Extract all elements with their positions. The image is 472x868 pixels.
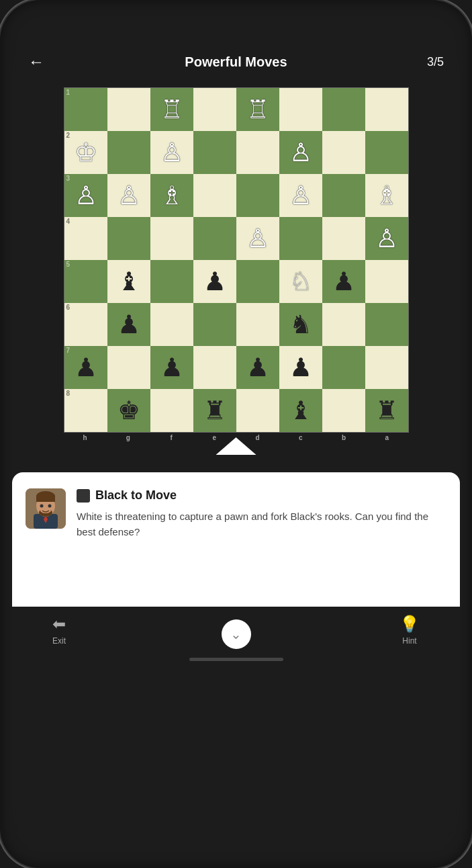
board-area: 1 ♖ ♖ 2♔ ♙ ♙	[12, 81, 460, 452]
cell-f5[interactable]	[150, 260, 193, 303]
exit-icon: ⬅	[52, 615, 66, 634]
cell-b2[interactable]	[322, 131, 365, 174]
chevron-down-button[interactable]: ⌄	[222, 619, 251, 649]
cell-a1[interactable]	[365, 88, 408, 131]
cell-e7[interactable]	[193, 346, 236, 389]
cell-b3[interactable]	[322, 174, 365, 217]
cell-h7[interactable]: 7♟	[64, 346, 107, 389]
cell-b7[interactable]	[322, 346, 365, 389]
chess-board-container: 1 ♖ ♖ 2♔ ♙ ♙	[64, 87, 409, 441]
cell-g6[interactable]: ♟	[107, 303, 150, 346]
home-indicator	[189, 658, 283, 661]
cell-b8[interactable]	[322, 389, 365, 432]
cell-e2[interactable]	[193, 131, 236, 174]
cell-e1[interactable]	[193, 88, 236, 131]
info-top: Black to Move White is threatening to ca…	[26, 488, 446, 539]
cell-e4[interactable]	[193, 217, 236, 260]
cell-g4[interactable]	[107, 217, 150, 260]
phone-frame: ← Powerful Moves 3/5 1 ♖ ♖	[0, 0, 472, 868]
cell-h1[interactable]: 1	[64, 88, 107, 131]
file-a: a	[365, 434, 408, 441]
cell-b6[interactable]	[322, 303, 365, 346]
cell-b5[interactable]: ♟	[322, 260, 365, 303]
back-button[interactable]: ←	[28, 52, 55, 71]
cell-h3[interactable]: 3♙	[64, 174, 107, 217]
cell-f3[interactable]: ♗	[150, 174, 193, 217]
hint-label: Hint	[402, 636, 416, 646]
cell-h4[interactable]: 4	[64, 217, 107, 260]
file-h: h	[64, 434, 107, 441]
cell-a7[interactable]	[365, 346, 408, 389]
cell-a2[interactable]	[365, 131, 408, 174]
cell-d7[interactable]: ♟	[236, 346, 279, 389]
cell-h8[interactable]: 8	[64, 389, 107, 432]
cell-d3[interactable]	[236, 174, 279, 217]
file-b: b	[322, 434, 365, 441]
hint-nav-item[interactable]: 💡 Hint	[399, 615, 420, 646]
cell-f6[interactable]	[150, 303, 193, 346]
cell-h5[interactable]: 5	[64, 260, 107, 303]
cell-f7[interactable]: ♟	[150, 346, 193, 389]
cell-g1[interactable]	[107, 88, 150, 131]
bottom-nav: ⬅ Exit ⌄ 💡 Hint	[12, 607, 460, 651]
file-c: c	[279, 434, 322, 441]
file-e: e	[193, 434, 236, 441]
cell-c7[interactable]: ♟	[279, 346, 322, 389]
cell-c6[interactable]: ♞	[279, 303, 322, 346]
svg-point-8	[48, 505, 52, 508]
cell-a4[interactable]: ♙	[365, 217, 408, 260]
cell-a5[interactable]	[365, 260, 408, 303]
cell-h2[interactable]: 2♔	[64, 131, 107, 174]
move-title-row: Black to Move	[77, 488, 446, 503]
cell-d1[interactable]: ♖	[236, 88, 279, 131]
cell-d4[interactable]: ♙	[236, 217, 279, 260]
move-info: Black to Move White is threatening to ca…	[77, 488, 446, 539]
chevron-down-icon: ⌄	[230, 626, 242, 642]
cell-a6[interactable]	[365, 303, 408, 346]
cell-g2[interactable]	[107, 131, 150, 174]
cell-f2[interactable]: ♙	[150, 131, 193, 174]
svg-point-7	[40, 505, 44, 508]
cell-f4[interactable]	[150, 217, 193, 260]
cell-g7[interactable]	[107, 346, 150, 389]
file-g: g	[107, 434, 150, 441]
cell-g5[interactable]: ♝	[107, 260, 150, 303]
move-title: Black to Move	[95, 488, 177, 503]
progress-indicator: 3/5	[417, 55, 444, 69]
move-description: White is threatening to capture a pawn a…	[77, 509, 446, 539]
cell-e8[interactable]: ♜	[193, 389, 236, 432]
chess-board[interactable]: 1 ♖ ♖ 2♔ ♙ ♙	[64, 87, 409, 433]
cell-d8[interactable]	[236, 389, 279, 432]
cell-e5[interactable]: ♟	[193, 260, 236, 303]
cell-e6[interactable]	[193, 303, 236, 346]
cell-g8[interactable]: ♚	[107, 389, 150, 432]
file-d: d	[236, 434, 279, 441]
cell-d2[interactable]	[236, 131, 279, 174]
cell-c5[interactable]: ♘	[279, 260, 322, 303]
cell-f8[interactable]	[150, 389, 193, 432]
cell-c4[interactable]	[279, 217, 322, 260]
cell-a8[interactable]: ♜	[365, 389, 408, 432]
cell-f1[interactable]: ♖	[150, 88, 193, 131]
file-f: f	[150, 434, 193, 441]
page-title: Powerful Moves	[55, 54, 417, 70]
header: ← Powerful Moves 3/5	[12, 40, 460, 81]
phone-screen: ← Powerful Moves 3/5 1 ♖ ♖	[12, 40, 460, 841]
cell-c1[interactable]	[279, 88, 322, 131]
cell-a3[interactable]: ♗	[365, 174, 408, 217]
cell-c3[interactable]: ♙	[279, 174, 322, 217]
cell-b1[interactable]	[322, 88, 365, 131]
svg-rect-6	[36, 495, 55, 502]
cell-c8[interactable]: ♝	[279, 389, 322, 432]
cell-g3[interactable]: ♙	[107, 174, 150, 217]
hint-icon: 💡	[399, 615, 420, 634]
cell-d5[interactable]	[236, 260, 279, 303]
cell-c2[interactable]: ♙	[279, 131, 322, 174]
info-panel: Black to Move White is threatening to ca…	[12, 472, 460, 607]
cell-d6[interactable]	[236, 303, 279, 346]
black-square-indicator	[77, 489, 90, 503]
cell-b4[interactable]	[322, 217, 365, 260]
cell-h6[interactable]: 6	[64, 303, 107, 346]
exit-nav-item[interactable]: ⬅ Exit	[52, 615, 66, 646]
cell-e3[interactable]	[193, 174, 236, 217]
